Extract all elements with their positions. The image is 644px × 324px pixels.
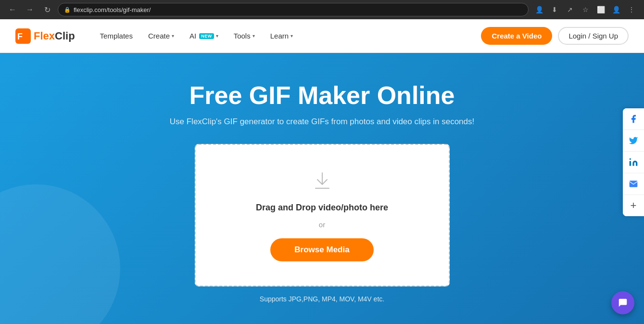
tools-label: Tools [234, 32, 251, 40]
account-icon-btn[interactable]: 👤 [609, 3, 623, 16]
twitter-icon [629, 136, 638, 145]
social-sidebar: + [623, 108, 644, 216]
tools-nav-item[interactable]: Tools ▾ [228, 28, 261, 44]
chat-button[interactable] [611, 291, 634, 314]
upload-dropzone[interactable]: Drag and Drop video/photo here or Browse… [195, 144, 450, 286]
drag-drop-label: Drag and Drop video/photo here [256, 203, 388, 213]
logo-clip: Clip [55, 30, 75, 42]
flexclip-logo-icon: F [15, 28, 31, 44]
browser-chrome: ← → ↻ 🔒 flexclip.com/tools/gif-maker/ 👤 … [0, 0, 644, 19]
create-chevron-icon: ▾ [172, 33, 174, 39]
navbar: F FlexClip Templates Create ▾ AI NEW ▾ T… [0, 19, 644, 53]
hero-section: Free GIF Maker Online Use FlexClip's GIF… [0, 53, 644, 324]
browse-media-button[interactable]: Browse Media [270, 238, 373, 261]
linkedin-icon [629, 157, 638, 167]
login-signup-button[interactable]: Login / Sign Up [558, 27, 629, 45]
refresh-button[interactable]: ↻ [40, 3, 54, 16]
upload-icon [311, 169, 334, 195]
more-icon: + [631, 199, 637, 212]
nav-links: Templates Create ▾ AI NEW ▾ Tools ▾ Lear… [94, 28, 481, 44]
learn-chevron-icon: ▾ [290, 33, 293, 39]
social-sidebar-container: + [623, 108, 644, 216]
twitter-share-button[interactable] [623, 130, 644, 151]
facebook-share-button[interactable] [623, 108, 644, 130]
ai-new-badge: NEW [199, 33, 214, 39]
chat-icon [618, 298, 628, 308]
tools-chevron-icon: ▾ [253, 33, 255, 39]
create-nav-item[interactable]: Create ▾ [142, 28, 180, 44]
create-video-button[interactable]: Create a Video [481, 27, 552, 45]
ai-label: AI [189, 32, 196, 40]
hero-title: Free GIF Maker Online [189, 82, 455, 109]
linkedin-share-button[interactable] [623, 152, 644, 173]
facebook-icon [629, 114, 638, 124]
url-text: flexclip.com/tools/gif-maker/ [74, 6, 151, 13]
back-button[interactable]: ← [6, 3, 19, 16]
download-icon-btn[interactable]: ⬇ [548, 3, 561, 16]
learn-nav-item[interactable]: Learn ▾ [265, 28, 299, 44]
templates-nav-item[interactable]: Templates [94, 28, 139, 44]
menu-icon-btn[interactable]: ⋮ [625, 3, 638, 16]
logo-flex: Flex [34, 30, 55, 42]
more-share-button[interactable]: + [623, 195, 644, 216]
address-bar[interactable]: 🔒 flexclip.com/tools/gif-maker/ [58, 3, 529, 16]
svg-text:F: F [17, 32, 23, 41]
templates-label: Templates [100, 32, 133, 40]
email-share-button[interactable] [623, 173, 644, 194]
forward-button[interactable]: → [23, 3, 37, 16]
ai-nav-item[interactable]: AI NEW ▾ [184, 28, 224, 44]
profile-icon-btn[interactable]: 👤 [532, 3, 546, 16]
supports-text: Supports JPG,PNG, MP4, MOV, M4V etc. [260, 295, 384, 303]
share-icon-btn[interactable]: ↗ [563, 3, 577, 16]
nav-actions: Create a Video Login / Sign Up [481, 27, 629, 45]
hero-subtitle: Use FlexClip's GIF generator to create G… [170, 117, 474, 127]
or-label: or [319, 220, 325, 229]
split-screen-icon-btn[interactable]: ⬜ [594, 3, 607, 16]
create-label: Create [148, 32, 170, 40]
learn-label: Learn [270, 32, 289, 40]
bookmark-icon-btn[interactable]: ☆ [579, 3, 592, 16]
logo[interactable]: F FlexClip [15, 28, 75, 44]
svg-point-3 [630, 158, 631, 159]
browser-actions: 👤 ⬇ ↗ ☆ ⬜ 👤 ⋮ [532, 3, 638, 16]
logo-text: FlexClip [34, 30, 75, 42]
ai-chevron-icon: ▾ [216, 33, 218, 39]
lock-icon: 🔒 [64, 7, 71, 13]
email-icon [629, 179, 638, 189]
